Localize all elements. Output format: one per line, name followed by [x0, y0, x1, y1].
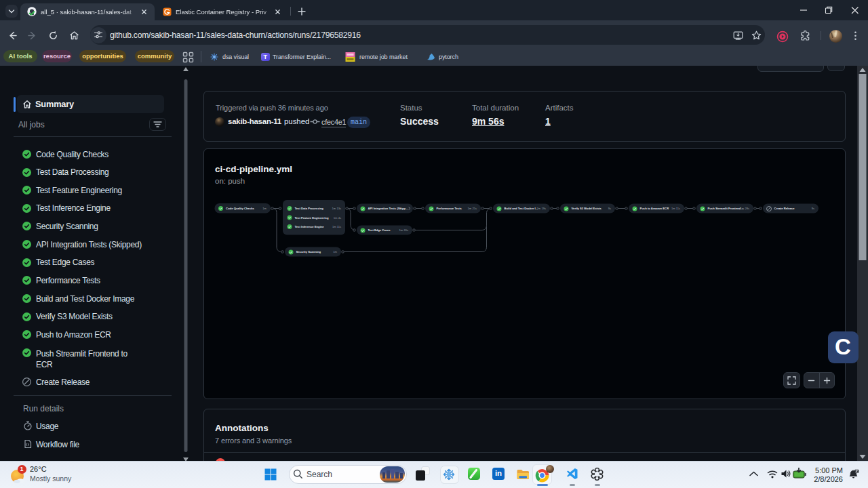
svg-text:2m 19s: 2m 19s	[537, 207, 546, 210]
svg-text:1m 4s: 1m 4s	[334, 216, 341, 220]
svg-text:1m 13s: 1m 13s	[332, 207, 341, 210]
svg-text:Code Quality Checks: Code Quality Checks	[226, 207, 255, 210]
svg-text:Test Data Processing: Test Data Processing	[295, 207, 324, 210]
svg-text:Test Feature Engineering: Test Feature Engineering	[295, 216, 329, 220]
svg-text:API Integration Tests (Skipp..: API Integration Tests (Skipp...	[368, 207, 408, 210]
svg-text:1m 28s: 1m 28s	[741, 207, 749, 210]
svg-text:Test Inference Engine: Test Inference Engine	[295, 225, 325, 228]
svg-text:1m: 1m	[262, 207, 267, 210]
svg-text:1m 11s: 1m 11s	[332, 225, 341, 228]
svg-text:1m 20s: 1m 20s	[399, 228, 408, 232]
svg-text:Verify S3 Model Exists: Verify S3 Model Exists	[572, 207, 602, 210]
svg-text:Build and Test Docker I...: Build and Test Docker I...	[505, 207, 538, 210]
svg-text:Test Edge Cases: Test Edge Cases	[368, 228, 391, 232]
svg-text:Create Release: Create Release	[774, 207, 795, 210]
svg-text:9s: 9s	[608, 207, 611, 210]
svg-text:Push to Amazon ECR: Push to Amazon ECR	[640, 207, 669, 210]
svg-text:1m 11s: 1m 11s	[671, 207, 680, 210]
svg-text:Security Scanning: Security Scanning	[296, 250, 321, 253]
svg-text:9s: 9s	[812, 207, 814, 210]
svg-text:Performance Tests: Performance Tests	[437, 207, 462, 210]
svg-text:1m 25s: 1m 25s	[468, 207, 477, 210]
svg-text:1m: 1m	[333, 250, 337, 253]
svg-text:Push Streamlit Frontend ...: Push Streamlit Frontend ...	[708, 207, 744, 210]
